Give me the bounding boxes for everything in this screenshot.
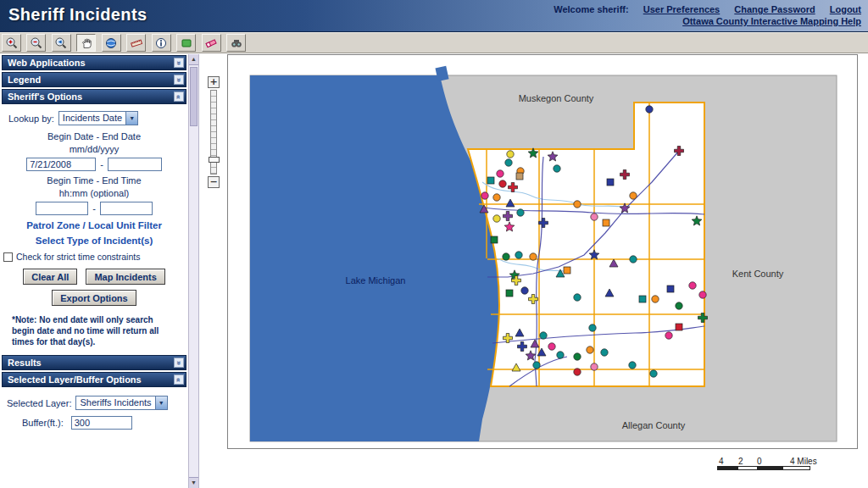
zoom-slider-in-button[interactable]: + bbox=[208, 76, 220, 88]
map-incidents-button[interactable]: Map Incidents bbox=[86, 269, 164, 285]
incident-marker-circle[interactable] bbox=[587, 347, 593, 353]
incident-marker-circle[interactable] bbox=[646, 106, 653, 113]
selected-layer-select[interactable]: Sheriffs Incidents ▼ bbox=[75, 396, 167, 410]
lookup-by-label: Lookup by: bbox=[8, 114, 54, 124]
incident-marker-square[interactable] bbox=[607, 179, 614, 186]
welcome-text: Welcome sheriff: bbox=[554, 4, 628, 14]
incident-type-link[interactable]: Select Type of Incident(s) bbox=[0, 236, 188, 246]
zoom-back-button[interactable] bbox=[52, 34, 71, 52]
incident-marker-circle[interactable] bbox=[591, 214, 598, 220]
incident-marker-circle[interactable] bbox=[503, 253, 509, 260]
incident-marker-circle[interactable] bbox=[497, 170, 504, 177]
clear-all-button[interactable]: Clear All bbox=[23, 269, 77, 285]
logout-link[interactable]: Logout bbox=[830, 4, 861, 14]
incident-marker-circle[interactable] bbox=[574, 353, 581, 360]
erase-button[interactable] bbox=[202, 34, 221, 52]
incident-marker-circle[interactable] bbox=[507, 151, 514, 158]
expand-icon[interactable]: » bbox=[174, 358, 184, 368]
zoom-in-button[interactable] bbox=[2, 34, 21, 52]
layer-buffer-body: Selected Layer: Sheriffs Incidents ▼ Buf… bbox=[0, 389, 188, 436]
panel-legend[interactable]: Legend » bbox=[2, 72, 186, 87]
incident-marker-circle[interactable] bbox=[699, 291, 706, 298]
user-preferences-link[interactable]: User Preferences bbox=[643, 4, 721, 14]
incident-marker-circle[interactable] bbox=[499, 180, 506, 187]
select-extent-button[interactable] bbox=[176, 34, 196, 52]
incident-marker-square[interactable] bbox=[676, 324, 682, 330]
incident-marker-circle[interactable] bbox=[521, 287, 528, 294]
incident-marker-circle[interactable] bbox=[629, 362, 636, 369]
begin-date-input[interactable] bbox=[26, 158, 96, 171]
incident-marker-square[interactable] bbox=[516, 173, 523, 180]
export-options-button[interactable]: Export Options bbox=[52, 290, 136, 306]
expand-icon[interactable]: » bbox=[174, 75, 184, 85]
zoom-out-button[interactable] bbox=[26, 34, 46, 52]
panel-web-applications[interactable]: Web Applications » bbox=[2, 55, 186, 70]
zoom-slider-out-button[interactable]: − bbox=[208, 176, 220, 188]
incident-marker-circle[interactable] bbox=[574, 294, 581, 301]
incident-marker-circle[interactable] bbox=[650, 370, 657, 377]
panel-results[interactable]: Results » bbox=[2, 355, 186, 370]
incident-marker-circle[interactable] bbox=[557, 352, 564, 358]
panel-sheriffs-options-label: Sheriff's Options bbox=[8, 92, 82, 102]
incident-marker-circle[interactable] bbox=[676, 302, 682, 309]
change-password-link[interactable]: Change Password bbox=[734, 4, 815, 14]
incident-marker-square[interactable] bbox=[487, 177, 494, 184]
incident-marker-circle[interactable] bbox=[574, 201, 581, 208]
incident-marker-circle[interactable] bbox=[591, 363, 598, 370]
incident-marker-square[interactable] bbox=[639, 296, 646, 302]
measure-button[interactable] bbox=[126, 34, 146, 52]
help-link[interactable]: Ottawa County Interactive Mapping Help bbox=[682, 16, 861, 26]
scroll-up-arrow-icon[interactable]: ▲ bbox=[189, 54, 198, 65]
strict-time-checkbox[interactable] bbox=[3, 252, 13, 262]
incident-marker-circle[interactable] bbox=[481, 192, 488, 199]
map-viewport[interactable]: Muskegon County Kent County Allegan Coun… bbox=[227, 54, 858, 449]
identify-button[interactable] bbox=[152, 34, 171, 52]
incident-marker-circle[interactable] bbox=[548, 343, 555, 350]
incident-marker-circle[interactable] bbox=[652, 296, 659, 302]
buffer-label: Buffer(ft.): bbox=[22, 418, 64, 428]
zoom-slider-handle[interactable] bbox=[209, 157, 220, 163]
incident-marker-circle[interactable] bbox=[493, 194, 500, 201]
incident-marker-square[interactable] bbox=[506, 290, 513, 297]
incident-marker-circle[interactable] bbox=[530, 253, 537, 260]
scrollbar-thumb[interactable] bbox=[190, 67, 198, 126]
find-button[interactable] bbox=[226, 34, 246, 52]
lookup-by-value: Incidents Date bbox=[59, 112, 125, 125]
incident-marker-circle[interactable] bbox=[601, 349, 608, 356]
overview-button[interactable] bbox=[102, 34, 121, 52]
panel-sheriffs-options[interactable]: Sheriff's Options » bbox=[2, 89, 186, 104]
patrol-zone-filter-link[interactable]: Patrol Zone / Local Unit Filter bbox=[0, 220, 188, 230]
incident-marker-circle[interactable] bbox=[665, 332, 672, 339]
incident-marker-circle[interactable] bbox=[533, 362, 540, 369]
incident-marker-square[interactable] bbox=[564, 267, 570, 274]
incident-marker-circle[interactable] bbox=[493, 215, 500, 222]
incident-marker-circle[interactable] bbox=[630, 256, 637, 263]
sidebar-scrollbar[interactable]: ▲ ▼ bbox=[188, 54, 199, 488]
pan-button[interactable] bbox=[76, 34, 96, 52]
incident-marker-circle[interactable] bbox=[517, 209, 524, 216]
incident-marker-square[interactable] bbox=[603, 219, 609, 226]
scroll-down-arrow-icon[interactable]: ▼ bbox=[189, 477, 198, 488]
end-time-input[interactable] bbox=[100, 202, 153, 215]
panel-layer-buffer[interactable]: Selected Layer/Buffer Options » bbox=[2, 372, 186, 387]
incident-marker-circle[interactable] bbox=[540, 332, 547, 339]
incident-marker-square[interactable] bbox=[491, 236, 498, 243]
incident-marker-circle[interactable] bbox=[689, 282, 696, 289]
begin-time-input[interactable] bbox=[36, 202, 88, 215]
page-title: Sheriff Incidents bbox=[8, 5, 147, 25]
incident-marker-circle[interactable] bbox=[505, 159, 512, 166]
expand-icon[interactable]: » bbox=[174, 58, 184, 68]
collapse-icon[interactable]: » bbox=[174, 374, 184, 385]
sidebar: Web Applications » Legend » Sheriff's Op… bbox=[0, 54, 188, 488]
incident-marker-circle[interactable] bbox=[589, 324, 596, 331]
buffer-input[interactable] bbox=[71, 416, 132, 430]
incident-marker-circle[interactable] bbox=[630, 192, 637, 199]
end-date-input[interactable] bbox=[108, 158, 162, 171]
incident-marker-square[interactable] bbox=[667, 286, 674, 292]
lookup-by-select[interactable]: Incidents Date ▼ bbox=[58, 111, 138, 125]
zoom-slider-track[interactable] bbox=[210, 90, 217, 175]
incident-marker-circle[interactable] bbox=[515, 252, 522, 258]
incident-marker-circle[interactable] bbox=[574, 369, 581, 375]
collapse-icon[interactable]: » bbox=[174, 92, 184, 102]
incident-marker-circle[interactable] bbox=[554, 165, 560, 172]
